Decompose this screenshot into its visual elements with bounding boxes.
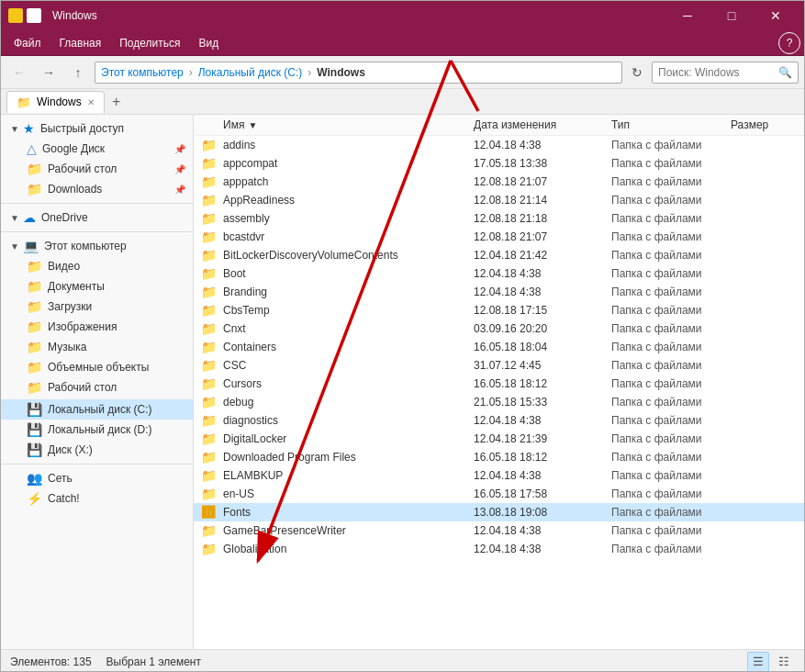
- table-row[interactable]: 📁Globalization12.04.18 4:38Папка с файла…: [194, 540, 804, 558]
- tab-close-button[interactable]: ✕: [87, 97, 95, 107]
- table-row[interactable]: 📁addins12.04.18 4:38Папка с файлами: [194, 136, 804, 154]
- menu-view[interactable]: Вид: [189, 33, 228, 53]
- refresh-button[interactable]: ↻: [626, 62, 648, 84]
- main-container: ▼ ★ Быстрый доступ △ Google Диск 📌 📁 Раб…: [1, 115, 804, 649]
- folder-dl-icon: 📁: [27, 299, 42, 314]
- column-date[interactable]: Дата изменения: [474, 118, 611, 131]
- file-type: Папка с файлами: [611, 157, 731, 170]
- table-row[interactable]: 📁assembly12.08.18 21:18Папка с файлами: [194, 209, 804, 228]
- table-row[interactable]: 📁GameBarPresenceWriter12.04.18 4:38Папка…: [194, 521, 804, 540]
- status-bar: Элементов: 135 Выбран 1 элемент ☰ ☷: [1, 649, 804, 672]
- folder-icon: 📁: [201, 340, 217, 354]
- sidebar-item-drive-x[interactable]: 💾 Диск (X:): [1, 440, 193, 460]
- sidebar-item-images[interactable]: 📁 Изображения: [1, 317, 193, 337]
- column-size[interactable]: Размер: [731, 118, 804, 131]
- file-name: GameBarPresenceWriter: [223, 524, 474, 537]
- status-selected: Выбран 1 элемент: [106, 655, 201, 668]
- folder-icon: 📁: [201, 285, 217, 299]
- sidebar-item-desktop2[interactable]: 📁 Рабочий стол: [1, 377, 193, 398]
- breadcrumb-drive[interactable]: Локальный диск (C:): [198, 66, 303, 79]
- new-tab-button[interactable]: +: [106, 92, 127, 112]
- column-name[interactable]: Имя ▼: [194, 118, 474, 131]
- table-row[interactable]: 📁DigitalLocker12.04.18 21:39Папка с файл…: [194, 430, 804, 448]
- divider2: [1, 231, 193, 232]
- sidebar-item-downloads[interactable]: 📁 Downloads 📌: [1, 179, 193, 199]
- sidebar-item-3d[interactable]: 📁 Объемные объекты: [1, 357, 193, 377]
- divider3: [1, 464, 193, 465]
- breadcrumb-pc[interactable]: Этот компьютер: [101, 66, 184, 79]
- close-button[interactable]: ✕: [755, 1, 797, 30]
- table-row[interactable]: 📁AppReadiness12.08.18 21:14Папка с файла…: [194, 191, 804, 209]
- sidebar-item-googledrive[interactable]: △ Google Диск 📌: [1, 139, 193, 159]
- quickaccess-label: Быстрый доступ: [40, 122, 124, 135]
- sidebar-onedrive-header[interactable]: ▼ ☁ OneDrive: [1, 207, 193, 228]
- sidebar-3d-label: Объемные объекты: [48, 361, 149, 374]
- title-bar: Windows ─ □ ✕: [1, 1, 804, 30]
- table-row[interactable]: 📁BitLockerDiscoveryVolumeContents12.04.1…: [194, 246, 804, 264]
- menu-share[interactable]: Поделиться: [110, 33, 189, 53]
- table-row[interactable]: 📁CSC31.07.12 4:45Папка с файлами: [194, 356, 804, 375]
- status-count: Элементов: 135: [10, 655, 92, 668]
- search-icon: 🔍: [778, 66, 792, 79]
- table-row[interactable]: 📁debug21.05.18 15:33Папка с файлами: [194, 393, 804, 411]
- file-name: ELAMBKUP: [223, 469, 474, 482]
- view-list-button[interactable]: ☷: [773, 652, 795, 672]
- minimize-button[interactable]: ─: [666, 1, 709, 30]
- sidebar-item-drive-c[interactable]: 💾 Локальный диск (C:): [1, 399, 193, 420]
- table-row[interactable]: 🅰Fonts13.08.18 19:08Папка с файлами: [194, 503, 804, 521]
- table-row[interactable]: 📁Downloaded Program Files16.05.18 18:12П…: [194, 448, 804, 466]
- folder-icon: 📁: [201, 230, 217, 244]
- pin-icon3: 📌: [174, 185, 185, 195]
- file-list: Имя ▼ Дата изменения Тип Размер 📁addins1…: [194, 115, 804, 649]
- table-row[interactable]: 📁diagnostics12.04.18 4:38Папка с файлами: [194, 411, 804, 430]
- column-type[interactable]: Тип: [611, 118, 731, 131]
- sidebar-quickaccess-header[interactable]: ▼ ★ Быстрый доступ: [1, 118, 193, 139]
- sidebar-item-downloads2[interactable]: 📁 Загрузки: [1, 297, 193, 317]
- file-type: Папка с файлами: [611, 212, 731, 225]
- sidebar-item-music[interactable]: 📁 Музыка: [1, 337, 193, 357]
- menu-file[interactable]: Файл: [5, 33, 50, 53]
- maximize-button[interactable]: □: [710, 1, 753, 30]
- folder-icon: 📁: [201, 303, 217, 318]
- table-row[interactable]: 📁CbsTemp12.08.18 17:15Папка с файлами: [194, 301, 804, 319]
- table-row[interactable]: 📁Branding12.04.18 4:38Папка с файлами: [194, 283, 804, 301]
- sidebar-thispc-header[interactable]: ▼ 💻 Этот компьютер: [1, 236, 193, 256]
- table-row[interactable]: 📁Containers16.05.18 18:04Папка с файлами: [194, 338, 804, 356]
- drive-x-label: Диск (X:): [48, 443, 93, 456]
- table-row[interactable]: 📁apppatch12.08.18 21:07Папка с файлами: [194, 173, 804, 191]
- sidebar-item-catch[interactable]: ⚡ Catch!: [1, 488, 193, 509]
- menu-home[interactable]: Главная: [50, 33, 111, 53]
- table-row[interactable]: 📁en-US16.05.18 17:58Папка с файлами: [194, 485, 804, 503]
- search-input[interactable]: [658, 66, 778, 79]
- sidebar-item-network[interactable]: 👥 Сеть: [1, 468, 193, 488]
- table-row[interactable]: 📁bcastdvr12.08.18 21:07Папка с файлами: [194, 228, 804, 246]
- address-bar[interactable]: Этот компьютер › Локальный диск (C:) › W…: [95, 62, 622, 84]
- sidebar-item-drive-d[interactable]: 💾 Локальный диск (D:): [1, 420, 193, 440]
- file-type: Папка с файлами: [611, 469, 731, 482]
- forward-button[interactable]: →: [36, 60, 61, 85]
- file-type: Папка с файлами: [611, 432, 731, 445]
- sidebar-item-docs[interactable]: 📁 Документы: [1, 276, 193, 297]
- back-button[interactable]: ←: [6, 60, 32, 85]
- tab-windows[interactable]: 📁 Windows ✕: [6, 91, 105, 113]
- file-date: 12.04.18 4:38: [474, 524, 611, 537]
- file-name: debug: [223, 396, 474, 409]
- file-date: 12.04.18 4:38: [474, 139, 611, 151]
- folder-icon2: 📁: [27, 182, 42, 196]
- view-details-button[interactable]: ☰: [747, 652, 769, 672]
- drive-d-icon: 💾: [27, 422, 42, 437]
- up-button[interactable]: ↑: [65, 60, 91, 85]
- table-row[interactable]: 📁ELAMBKUP12.04.18 4:38Папка с файлами: [194, 466, 804, 485]
- file-type: Папка с файлами: [611, 175, 731, 188]
- folder-icon: 📁: [201, 193, 217, 207]
- file-name: Containers: [223, 341, 474, 353]
- menu-help[interactable]: ?: [778, 32, 800, 54]
- table-row[interactable]: 📁appcompat17.05.18 13:38Папка с файлами: [194, 154, 804, 173]
- sidebar-item-video[interactable]: 📁 Видео: [1, 256, 193, 276]
- table-row[interactable]: 📁Boot12.04.18 4:38Папка с файлами: [194, 264, 804, 283]
- search-box[interactable]: 🔍: [652, 62, 799, 84]
- sort-arrow-icon: ▼: [248, 120, 257, 130]
- sidebar-item-desktop1[interactable]: 📁 Рабочий стол 📌: [1, 159, 193, 179]
- table-row[interactable]: 📁Cnxt03.09.16 20:20Папка с файлами: [194, 319, 804, 338]
- table-row[interactable]: 📁Cursors16.05.18 18:12Папка с файлами: [194, 375, 804, 393]
